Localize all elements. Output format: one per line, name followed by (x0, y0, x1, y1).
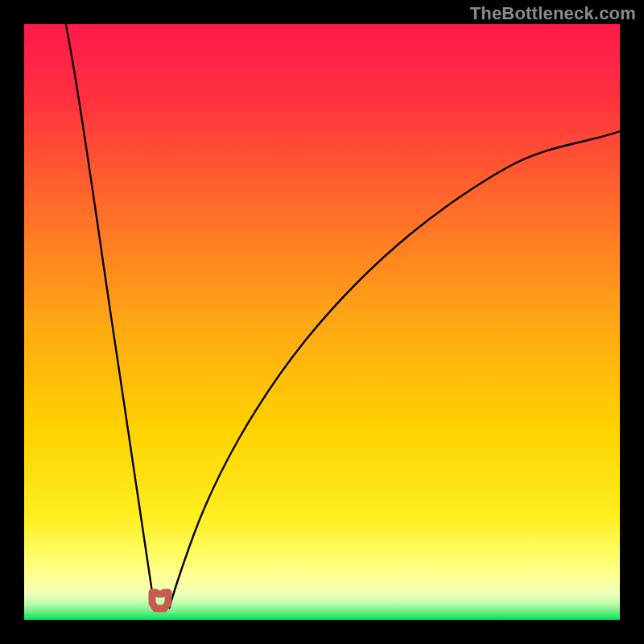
watermark-text: TheBottleneck.com (470, 3, 636, 24)
bottleneck-plot (24, 24, 620, 620)
chart-frame: TheBottleneck.com (0, 0, 644, 644)
